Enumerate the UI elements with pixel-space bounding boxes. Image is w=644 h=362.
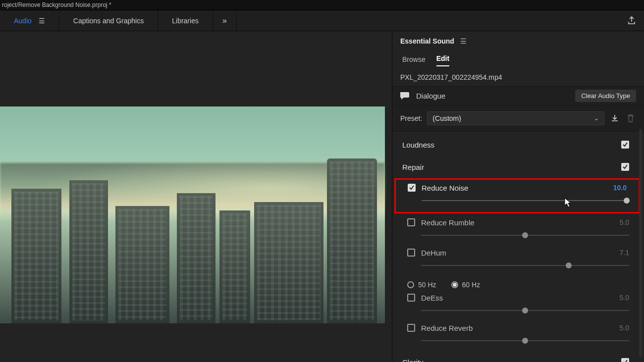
reduce-rumble-checkbox[interactable] [407,218,415,226]
clear-audio-type-button[interactable]: Clear Audio Type [575,90,636,102]
deess-label: DeEss [421,294,614,302]
panel-menu-icon[interactable]: ☰ [460,37,467,45]
param-reduce-reverb: Reduce Reverb 5.0 [392,321,644,351]
section-loudness[interactable]: Loudness [392,134,644,156]
section-title: Loudness [402,141,434,149]
dehum-checkbox[interactable] [407,249,415,257]
dialogue-icon [399,91,410,100]
program-monitor [0,31,392,362]
radio-label: 60 Hz [462,281,481,289]
clip-name: PXL_20220317_002224954.mp4 [392,66,644,86]
reduce-noise-label: Reduce Noise [422,184,607,192]
reduce-reverb-value[interactable]: 5.0 [620,324,629,332]
section-clarity[interactable]: Clarity [392,351,644,362]
section-repair[interactable]: Repair [392,156,644,178]
tab-browse[interactable]: Browse [402,55,426,66]
download-icon [610,114,619,123]
video-preview[interactable] [0,106,385,323]
slider-thumb[interactable] [522,338,528,344]
slider-thumb[interactable] [566,262,572,268]
radio-label: 50 Hz [418,281,436,289]
workspace-overflow[interactable]: » [213,10,237,31]
project-title: roject/Remove Background Noise.prproj * [2,1,111,8]
dehum-50hz-radio[interactable]: 50 Hz [407,281,436,289]
scrollbar[interactable] [639,129,642,357]
dehum-slider[interactable] [421,262,629,269]
param-deess: DeEss 5.0 [392,291,644,321]
param-reduce-noise: Reduce Noise 10.0 [394,178,640,213]
hamburger-icon[interactable]: ☰ [39,17,45,25]
reduce-reverb-slider[interactable] [421,337,629,344]
panel-title: Essential Sound [400,37,454,45]
workspace-bar: Audio ☰ Captions and Graphics Libraries … [0,10,644,31]
section-title: Clarity [402,358,424,362]
param-dehum: DeHum 7.1 [392,246,644,276]
section-title: Repair [402,163,424,171]
workspace-label: Libraries [172,17,199,25]
deess-checkbox[interactable] [407,294,415,302]
workspace-captions[interactable]: Captions and Graphics [59,10,158,31]
clarity-toggle[interactable] [621,358,629,362]
check-icon [409,185,415,191]
slider-thumb[interactable] [624,198,630,204]
check-icon [622,164,628,170]
dehum-60hz-radio[interactable]: 60 Hz [451,281,481,289]
workspace-label: Captions and Graphics [73,17,144,25]
workspace-label: Audio [14,17,32,25]
slider-thumb[interactable] [522,232,528,238]
preset-select[interactable]: (Custom) ⌄ [427,111,604,125]
check-icon [622,359,628,362]
trash-icon [627,114,635,123]
deess-value[interactable]: 5.0 [620,294,629,302]
delete-preset-button [625,113,636,124]
chevron-down-icon: ⌄ [594,115,599,122]
share-icon [627,16,637,26]
preset-value: (Custom) [432,114,461,122]
loudness-toggle[interactable] [621,141,629,149]
param-reduce-rumble: Reduce Rumble 5.0 [392,215,644,246]
title-bar: roject/Remove Background Noise.prproj * [0,0,644,10]
reduce-noise-value[interactable]: 10.0 [613,184,627,192]
reduce-rumble-slider[interactable] [421,232,629,239]
reduce-reverb-checkbox[interactable] [407,324,415,332]
check-icon [622,142,628,148]
reduce-noise-slider[interactable] [422,197,627,204]
workspace-audio[interactable]: Audio ☰ [0,10,59,31]
slider-thumb[interactable] [522,308,528,313]
share-button[interactable] [619,10,644,31]
dehum-label: DeHum [421,249,614,257]
tab-edit[interactable]: Edit [436,54,449,66]
reduce-rumble-label: Reduce Rumble [421,218,614,227]
chevron-double-right-icon: » [222,16,227,25]
workspace-libraries[interactable]: Libraries [158,10,213,31]
reduce-rumble-value[interactable]: 5.0 [620,218,629,226]
reduce-noise-checkbox[interactable] [408,184,416,192]
preset-label: Preset: [400,114,422,122]
deess-slider[interactable] [421,307,629,314]
save-preset-button[interactable] [609,113,620,124]
dehum-value[interactable]: 7.1 [620,249,629,257]
reduce-reverb-label: Reduce Reverb [421,324,614,332]
audio-type-label: Dialogue [416,92,445,100]
repair-toggle[interactable] [621,163,629,171]
essential-sound-panel: Essential Sound ☰ Browse Edit PXL_202203… [392,31,644,362]
